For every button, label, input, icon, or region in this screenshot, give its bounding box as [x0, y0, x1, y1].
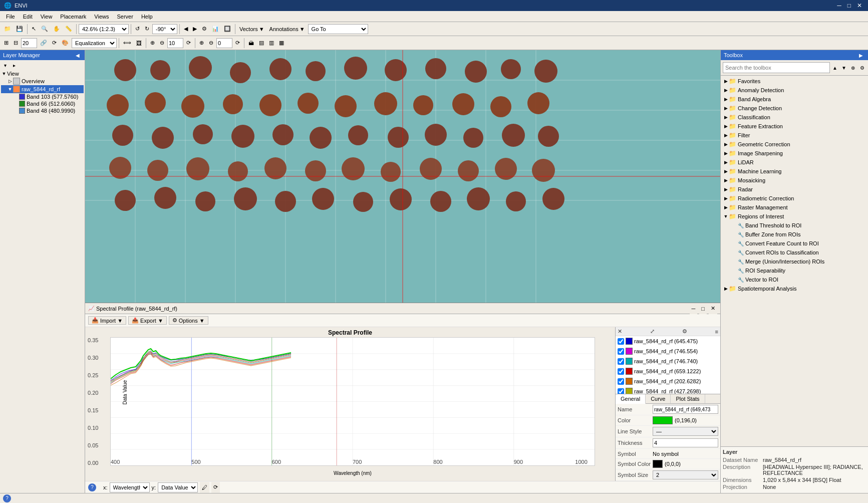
tool-c[interactable]: 🔗	[38, 38, 49, 49]
tb-roi-separability[interactable]: 🔧 ROI Separability	[722, 266, 867, 275]
tb-geometric-correction[interactable]: ▶ 📁 Geometric Correction	[722, 140, 867, 149]
image-sharpening-toggle[interactable]: ▶	[723, 151, 729, 156]
tb-roi[interactable]: ▼ 📁 Regions of Interest	[722, 212, 867, 221]
tree-item-view[interactable]: ▼ View	[1, 70, 84, 77]
toolbox-search-down[interactable]: ▼	[840, 64, 848, 72]
tool-n[interactable]: 🏔	[246, 38, 256, 49]
zoom-input3[interactable]	[216, 38, 232, 48]
tool-k[interactable]: ⊕	[197, 38, 206, 49]
collapse-all-button[interactable]: ▸	[10, 61, 18, 69]
rotate-left-button[interactable]: ↺	[133, 24, 142, 35]
title-bar-controls[interactable]: ─ □ ✕	[835, 2, 864, 9]
prop-thickness-input[interactable]	[653, 438, 718, 447]
tb-spatiotemporal[interactable]: ▶ 📁 Spatiotemporal Analysis	[722, 284, 867, 293]
anomaly-toggle[interactable]: ▶	[723, 88, 729, 93]
favorites-toggle[interactable]: ▶	[723, 79, 729, 84]
spectral-minimize[interactable]: ─	[690, 303, 698, 314]
annotations-button[interactable]: Annotations ▼	[267, 24, 307, 35]
tb-image-sharpening[interactable]: ▶ 📁 Image Sharpening	[722, 149, 867, 158]
goto-dropdown[interactable]: Go To	[308, 24, 368, 34]
spectra-check-4[interactable]	[618, 378, 624, 385]
toolbox-controls[interactable]: ▶	[857, 51, 865, 59]
toolbox-search-up[interactable]: ▲	[831, 64, 839, 72]
vectors-button[interactable]: Vectors ▼	[237, 24, 266, 35]
spectral-close[interactable]: ✕	[709, 303, 717, 314]
expand-all-button[interactable]: ▾	[1, 61, 9, 69]
spectra-x-button[interactable]: ✕	[618, 328, 622, 335]
spectra-item-3[interactable]: raw_5844_rd_rf (659.1222)	[616, 366, 720, 376]
prop-name-input[interactable]	[653, 405, 718, 414]
tool5[interactable]: ⚙	[200, 24, 209, 35]
spectra-check-3[interactable]	[618, 368, 624, 375]
raw-file-toggle[interactable]: ▼	[7, 87, 13, 92]
tool-f[interactable]: ⟺	[121, 38, 133, 49]
tb-radiometric-correction[interactable]: ▶ 📁 Radiometric Correction	[722, 194, 867, 203]
menu-help[interactable]: Help	[137, 13, 157, 21]
menu-view[interactable]: View	[37, 13, 57, 21]
tb-band-algebra[interactable]: ▶ 📁 Band Algebra	[722, 95, 867, 104]
minimize-button[interactable]: ─	[835, 2, 843, 9]
tb-raster-management[interactable]: ▶ 📁 Raster Management	[722, 203, 867, 212]
spectra-settings-button[interactable]: ⚙	[682, 328, 687, 335]
rotation-dropdown[interactable]: -90°	[152, 24, 177, 34]
zoom-level-dropdown[interactable]: 42.6% (1:2.3)	[79, 24, 129, 34]
tool7[interactable]: 🔲	[222, 24, 233, 35]
tb-feature-extraction[interactable]: ▶ 📁 Feature Extraction	[722, 122, 867, 131]
layer-manager-collapse[interactable]: ◀	[74, 51, 82, 59]
measure-button[interactable]: 📏	[63, 24, 74, 35]
band-algebra-toggle[interactable]: ▶	[723, 97, 729, 102]
tree-controls[interactable]: ▾ ▸	[1, 61, 84, 69]
mosaicking-toggle[interactable]: ▶	[723, 178, 729, 183]
spectra-check-1[interactable]	[618, 348, 624, 355]
maximize-button[interactable]: □	[845, 2, 853, 9]
tree-item-band103[interactable]: Band 103 (577.5760)	[1, 93, 84, 100]
tb-lidar[interactable]: ▶ 📁 LiDAR	[722, 158, 867, 167]
roi-toggle[interactable]: ▼	[723, 214, 729, 219]
spectra-item-0[interactable]: raw_5844_rd_rf (645.475)	[616, 336, 720, 346]
spectra-expand-button[interactable]: ⤢	[650, 328, 655, 335]
prop-line-style-select[interactable]: — - - ···	[653, 427, 718, 436]
tree-item-overview[interactable]: ▷ Overview	[1, 77, 84, 85]
tool-d[interactable]: ⟳	[50, 38, 59, 49]
menu-server[interactable]: Server	[113, 13, 137, 21]
zoom-input[interactable]	[21, 38, 37, 48]
layer-manager-controls[interactable]: ◀	[74, 51, 82, 59]
tool-l[interactable]: ⊖	[207, 38, 215, 49]
spatiotemporal-toggle[interactable]: ▶	[723, 286, 729, 291]
pan-button[interactable]: ✋	[51, 24, 62, 35]
menu-placemarks[interactable]: Placemark	[56, 13, 90, 21]
toolbox-search[interactable]: ▲ ▼ ⊕ ⚙	[721, 60, 868, 76]
toolbox-search-input[interactable]	[723, 62, 830, 73]
machine-learning-toggle[interactable]: ▶	[723, 169, 729, 174]
tool-i[interactable]: ⊖	[158, 38, 166, 49]
tab-general[interactable]: General	[616, 394, 646, 404]
tb-convert-roi-classification[interactable]: 🔧 Convert ROIs to Classification	[722, 248, 867, 257]
y-dropdown[interactable]: Data Value	[158, 482, 198, 492]
menu-file[interactable]: File	[2, 13, 19, 21]
raster-management-toggle[interactable]: ▶	[723, 205, 729, 210]
tab-curve[interactable]: Curve	[646, 394, 671, 403]
spectra-item-5[interactable]: raw_5844_rd_rf (427.2698)	[616, 386, 720, 394]
options-button[interactable]: ⚙ Options ▼	[169, 316, 208, 325]
spectra-item-1[interactable]: raw_5844_rd_rf (746.554)	[616, 346, 720, 356]
status-help-button[interactable]: ?	[3, 494, 11, 502]
help-button[interactable]: ?	[88, 483, 96, 491]
radiometric-correction-toggle[interactable]: ▶	[723, 196, 729, 201]
spectra-panel-ctrl[interactable]: ✕ ⤢ ⚙ ≡	[616, 327, 720, 336]
toolbox-settings-button[interactable]: ⚙	[858, 64, 866, 72]
save-button[interactable]: 💾	[14, 24, 25, 35]
x-dropdown[interactable]: Wavelength	[110, 482, 150, 492]
open-button[interactable]: 📁	[2, 24, 13, 35]
tb-mosaicking[interactable]: ▶ 📁 Mosaicking	[722, 176, 867, 185]
tb-band-threshold-roi[interactable]: 🔧 Band Threshold to ROI	[722, 221, 867, 230]
prop-symbol-color-preview[interactable]	[653, 460, 663, 468]
tree-item-band66[interactable]: Band 66 (512.6060)	[1, 100, 84, 107]
prop-symbol-size-select[interactable]: 2 4 6	[653, 470, 718, 479]
tool-j[interactable]: ⟳	[184, 38, 193, 49]
radar-toggle[interactable]: ▶	[723, 187, 729, 192]
spectra-item-4[interactable]: raw_5844_rd_rf (202.6282)	[616, 376, 720, 386]
toolbox-add-button[interactable]: ⊕	[849, 64, 857, 72]
tb-anomaly[interactable]: ▶ 📁 Anomaly Detection	[722, 86, 867, 95]
tb-merge-rois[interactable]: 🔧 Merge (Union/Intersection) ROIs	[722, 257, 867, 266]
lidar-toggle[interactable]: ▶	[723, 160, 729, 165]
